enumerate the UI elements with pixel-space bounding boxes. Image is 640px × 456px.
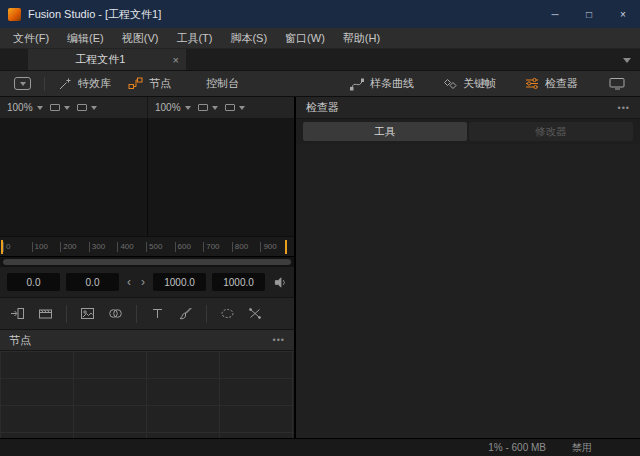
tabbar: 工程文件1 × [0,49,640,71]
app-icon [8,8,21,21]
tab-project-file[interactable]: 工程文件1 × [28,49,186,70]
text-tool-icon[interactable] [150,306,165,321]
range-start-field[interactable]: 0.0 [66,273,119,291]
spline-view-button[interactable]: 样条曲线 [346,76,418,91]
viewer-left[interactable] [0,119,147,236]
menu-item-help[interactable]: 帮助(H) [334,31,389,46]
effects-library-label: 特效库 [78,76,111,91]
inspector-sliders-icon [525,77,539,90]
nodes-icon [128,77,143,90]
tools-separator [206,305,207,323]
global-end-field[interactable]: 1000.0 [212,273,265,291]
console-button[interactable]: 控制台 [202,76,243,91]
main-toolbar: 特效库 节点 控制台 样条曲线 关键帧 检查器 [0,71,640,97]
viewer-area [0,119,294,236]
inspector-header: 检查器 ••• [296,97,640,119]
timeline-tick: 100 [32,242,48,252]
saver-icon[interactable] [38,306,53,321]
magic-wand-icon [58,77,72,91]
viewer2-mode-dropdown[interactable] [198,104,218,111]
inspector-overflow-menu-icon[interactable]: ••• [618,103,630,113]
toolbar-separator [44,77,45,91]
toolbar-options-button[interactable] [10,77,35,90]
nodes-view-button[interactable]: 节点 [124,76,175,91]
tab-tools[interactable]: 工具 [303,122,467,141]
inspector-tabs: 工具 修改器 [296,119,640,144]
effects-library-button[interactable]: 特效库 [54,76,115,91]
timeline-tick: 0 [3,242,10,252]
timeline-tick: 600 [175,242,191,252]
tab-label: 工程文件1 [28,52,173,67]
current-frame-field[interactable]: 0.0 [7,273,60,291]
viewer2-zoom-value: 100% [155,102,181,113]
viewer2-controls: 100% [147,97,294,118]
viewer1-mode-dropdown[interactable] [50,104,70,111]
timeline-ruler[interactable]: 0100200300400500600700800900 [0,236,294,256]
spline-icon [350,77,364,91]
viewer2-split-dropdown[interactable] [225,104,245,111]
polygon-tool-icon[interactable] [248,306,263,321]
chevron-down-icon [37,106,43,110]
viewer-split-icon [77,104,87,111]
render-range-end-marker[interactable] [285,240,287,254]
range-end-field[interactable]: 1000.0 [153,273,206,291]
paint-brush-icon[interactable] [178,306,193,321]
timeline-tick: 800 [232,242,248,252]
node-editor-canvas[interactable] [0,351,294,438]
timeline-scrollbar[interactable] [0,256,294,267]
nodes-view-label: 节点 [149,76,171,91]
scrollbar-thumb[interactable] [3,259,291,265]
loader-icon[interactable] [10,306,25,321]
monitor-icon [609,77,626,90]
minimize-button[interactable]: ─ [538,0,572,28]
tab-modifiers[interactable]: 修改器 [469,122,633,141]
spline-view-label: 样条曲线 [370,76,414,91]
nodes-panel-title: 节点 [9,333,31,348]
merge-icon[interactable] [108,306,123,321]
inspector-title: 检查器 [306,100,339,115]
titlebar[interactable]: Fusion Studio - [工程文件1] ─ □ × [0,0,640,28]
tools-separator [66,305,67,323]
menu-item-edit[interactable]: 编辑(E) [58,31,113,46]
audio-speaker-icon[interactable] [273,276,287,289]
step-forward-icon[interactable]: › [139,275,147,289]
transport-controls: 0.0 0.0 ‹ › 1000.0 1000.0 [0,267,294,297]
toolbar-toggle-icon [14,77,31,90]
viewer-split-icon [225,104,235,111]
status-state-label: 禁用 [572,441,592,455]
inspector-panel: 检查器 ••• 工具 修改器 [296,97,640,438]
viewer-mode-icon [198,104,208,111]
menu-item-tools[interactable]: 工具(T) [167,31,221,46]
viewer1-zoom-dropdown[interactable]: 100% [7,102,43,113]
tab-list-dropdown-icon[interactable] [623,58,631,63]
timeline-tick: 300 [89,242,105,252]
keyframes-view-button[interactable]: 关键帧 [439,76,500,91]
left-panel: 100% 100% [0,97,296,438]
window-controls: ─ □ × [538,0,640,28]
menu-item-script[interactable]: 脚本(S) [221,31,276,46]
viewer-controls: 100% 100% [0,97,294,119]
background-icon[interactable] [80,306,95,321]
viewer-right[interactable] [147,119,295,236]
step-back-icon[interactable]: ‹ [125,275,133,289]
menu-item-file[interactable]: 文件(F) [4,31,58,46]
ellipse-mask-icon[interactable] [220,306,235,321]
main-content: 100% 100% [0,97,640,438]
keyframe-icon [443,77,457,91]
display-view-button[interactable] [605,77,630,90]
inspector-view-button[interactable]: 检查器 [521,76,582,91]
menu-item-view[interactable]: 视图(V) [113,31,168,46]
nodes-overflow-menu-icon[interactable]: ••• [273,335,285,345]
viewer1-zoom-value: 100% [7,102,33,113]
tools-separator [136,305,137,323]
timeline-tick: 700 [203,242,219,252]
viewer-mode-icon [50,104,60,111]
close-button[interactable]: × [606,0,640,28]
tab-close-icon[interactable]: × [173,54,179,66]
menu-item-window[interactable]: 窗口(W) [276,31,334,46]
viewer2-zoom-dropdown[interactable]: 100% [155,102,191,113]
inspector-view-label: 检查器 [545,76,578,91]
maximize-button[interactable]: □ [572,0,606,28]
viewer1-split-dropdown[interactable] [77,104,97,111]
nodes-panel-header: 节点 ••• [0,330,294,351]
